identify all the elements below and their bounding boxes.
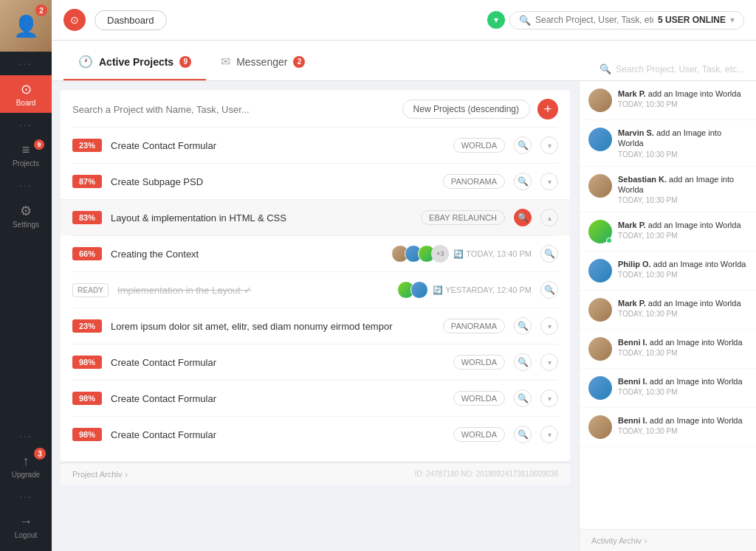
add-project-button[interactable]: + bbox=[537, 99, 558, 119]
activity-archiv-link[interactable]: Activity Archiv › bbox=[591, 536, 647, 545]
activity-user-name: Mark P. bbox=[618, 221, 646, 229]
table-row: 83% Layout & implementation in HTML & CS… bbox=[61, 199, 570, 235]
project-date: 🔄 YESTARDAY, 12:40 PM bbox=[433, 285, 532, 295]
chevron-right-icon: › bbox=[125, 470, 128, 479]
activity-user-name: Mark P. bbox=[618, 299, 646, 308]
search-button[interactable]: 🔍 bbox=[514, 353, 532, 371]
dashboard-button[interactable]: Dashboard bbox=[94, 10, 167, 30]
search-button[interactable]: 🔍 bbox=[540, 281, 558, 299]
sidebar-item-label-board: Board bbox=[16, 99, 36, 107]
right-panel: Mark P. add an Image into Worlda TODAY, … bbox=[579, 81, 756, 551]
activity-avatar bbox=[588, 415, 612, 439]
activity-content: Benni I. add an Image into Worlda TODAY,… bbox=[618, 415, 747, 435]
activity-avatar bbox=[588, 298, 612, 322]
topbar-search-input[interactable] bbox=[535, 15, 653, 25]
activity-content: Philip O. add an Image into Worlda TODAY… bbox=[618, 259, 747, 279]
sidebar-item-board[interactable]: ⊙ Board bbox=[0, 75, 52, 113]
activity-user-name: Mark P. bbox=[618, 89, 646, 98]
activity-time: TODAY, 10:30 PM bbox=[618, 388, 747, 396]
sidebar-item-projects[interactable]: 9 ≡ Projects bbox=[0, 136, 52, 173]
table-row: READY Implementation in the Layout ✓ 🔄 Y… bbox=[72, 271, 558, 308]
pct-badge-ready: READY bbox=[72, 283, 109, 297]
pct-badge: 87% bbox=[72, 175, 102, 188]
chevron-down-button[interactable]: ▾ bbox=[540, 136, 558, 154]
activity-text: Mark P. add an Image into Worlda bbox=[618, 220, 747, 230]
search-button[interactable]: 🔍 bbox=[514, 317, 532, 335]
project-name: Layout & implementation in HTML & CSS bbox=[111, 212, 412, 223]
projects-icon: ≡ bbox=[22, 142, 30, 158]
search-button[interactable]: 🔍 bbox=[514, 173, 532, 190]
activity-item: Mark P. add an Image into Worlda TODAY, … bbox=[580, 212, 756, 252]
active-projects-badge: 9 bbox=[179, 56, 191, 68]
project-name: Create Contact Formular bbox=[111, 357, 444, 368]
activity-content: Benni I. add an Image into Worlda TODAY,… bbox=[618, 376, 747, 396]
search-button[interactable]: 🔍 bbox=[514, 426, 532, 443]
search-button[interactable]: 🔍 bbox=[514, 136, 532, 154]
sidebar-dots-5: ··· bbox=[19, 491, 32, 502]
activity-item: Mark P. add an Image into Worlda TODAY, … bbox=[580, 81, 756, 120]
search-button-active[interactable]: 🔍 bbox=[514, 209, 532, 226]
chevron-down-button[interactable]: ▾ bbox=[540, 317, 558, 335]
chevron-up-button[interactable]: ▴ bbox=[540, 209, 558, 226]
sidebar-item-label-logout: Logout bbox=[15, 531, 38, 539]
activity-text: Marvin S. add an Image into Worlda bbox=[618, 128, 747, 149]
activity-archiv-label: Activity Archiv bbox=[591, 536, 642, 545]
topbar-logo: ⊙ bbox=[63, 9, 86, 31]
search-button[interactable]: 🔍 bbox=[514, 389, 532, 407]
settings-icon: ⚙ bbox=[20, 203, 32, 219]
project-name: Create Contact Formular bbox=[111, 393, 444, 404]
activity-text: Benni I. add an Image into Worlda bbox=[618, 415, 747, 426]
project-archiv-link[interactable]: Project Archiv › bbox=[72, 470, 128, 479]
pct-badge: 23% bbox=[72, 319, 102, 333]
table-row: 87% Create Subpage PSD PANORAMA 🔍 ▾ bbox=[72, 163, 558, 199]
sidebar-item-upgrade[interactable]: 3 ↑ Upgrade bbox=[0, 448, 52, 485]
tab-messenger[interactable]: ✉ Messenger 2 bbox=[206, 44, 320, 80]
messenger-icon: ✉ bbox=[221, 55, 230, 69]
activity-item: Benni I. add an Image into Worlda TODAY,… bbox=[580, 330, 756, 369]
pct-badge: 98% bbox=[72, 392, 102, 405]
chevron-down-button[interactable]: ▾ bbox=[540, 353, 558, 371]
online-dot: ▾ bbox=[487, 11, 505, 29]
activity-time: TODAY, 10:30 PM bbox=[618, 349, 747, 357]
project-search-input[interactable] bbox=[72, 104, 395, 115]
project-avatars bbox=[397, 281, 424, 299]
sidebar-item-logout[interactable]: → Logout bbox=[0, 508, 52, 545]
activity-content: Benni I. add an Image into Worlda TODAY,… bbox=[618, 337, 747, 357]
activity-action: add an Image into Worlda bbox=[650, 416, 743, 425]
table-row: 66% Creating the Context +3 🔄 TODAY, 13:… bbox=[72, 235, 558, 271]
sort-button[interactable]: New Projects (descending) bbox=[402, 100, 530, 119]
tabs-search: 🔍 Search Project, User, Task, etc... bbox=[599, 58, 744, 80]
sidebar-bottom: ··· 3 ↑ Upgrade ··· → Logout bbox=[0, 424, 52, 551]
chevron-right-icon-activity: › bbox=[645, 536, 647, 545]
project-tag: WORLDA bbox=[453, 138, 505, 153]
avatar-wrap[interactable]: 👤 2 bbox=[0, 0, 52, 52]
topbar: ⊙ Dashboard ▾ 🔍 5 USER ONLINE ▾ bbox=[52, 0, 756, 41]
project-search-row: New Projects (descending) + bbox=[72, 99, 558, 119]
table-row: 98% Create Contact Formular WORLDA 🔍 ▾ bbox=[72, 380, 558, 416]
sidebar-item-settings[interactable]: ⚙ Settings bbox=[0, 197, 52, 235]
sidebar-dots-1: ··· bbox=[19, 58, 32, 69]
project-tag: EBAY RELAUNCH bbox=[421, 210, 505, 225]
search-button[interactable]: 🔍 bbox=[540, 245, 558, 263]
chevron-down-button[interactable]: ▾ bbox=[540, 389, 558, 407]
bottom-bar-right: Activity Archiv › bbox=[580, 529, 756, 551]
activity-time: TODAY, 10:30 PM bbox=[618, 150, 747, 159]
activity-text: Mark P. add an Image into Worlda bbox=[618, 298, 747, 308]
board-icon: ⊙ bbox=[21, 81, 32, 97]
chevron-down-button[interactable]: ▾ bbox=[540, 426, 558, 443]
pct-badge: 66% bbox=[72, 247, 102, 260]
upgrade-icon: ↑ bbox=[23, 454, 30, 469]
project-tag: WORLDA bbox=[453, 391, 505, 406]
activity-text: Sebastian K. add an Image into Worlda bbox=[618, 174, 747, 195]
project-tag: PANORAMA bbox=[443, 319, 505, 333]
activity-item: Benni I. add an Image into Worlda TODAY,… bbox=[580, 408, 756, 447]
tab-label-messenger: Messenger bbox=[236, 56, 287, 68]
chevron-down-button[interactable]: ▾ bbox=[540, 173, 558, 190]
activity-text: Philip O. add an Image into Worlda bbox=[618, 259, 747, 269]
sidebar-item-label-projects: Projects bbox=[13, 159, 39, 167]
activity-time: TODAY, 10:30 PM bbox=[618, 232, 747, 240]
avatar-badge: 2 bbox=[35, 4, 47, 16]
pct-badge: 83% bbox=[72, 211, 102, 224]
pct-badge: 98% bbox=[72, 356, 102, 369]
tab-active-projects[interactable]: 🕐 Active Projects 9 bbox=[63, 44, 206, 80]
